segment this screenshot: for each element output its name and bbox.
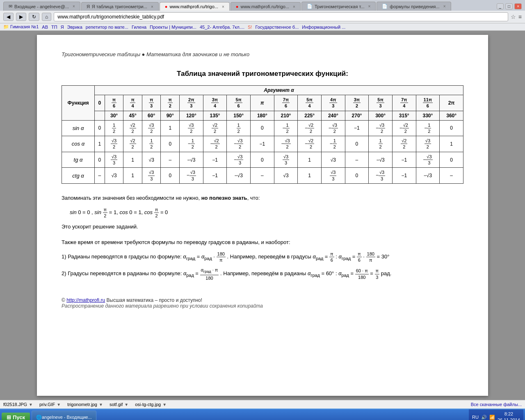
download-item-5[interactable]: osi-tg-ctg.jpg ▼ xyxy=(135,402,167,407)
footer-link[interactable]: http://mathprofi.ru xyxy=(66,297,105,303)
tab-6[interactable]: 📄 формулы приведения... × xyxy=(377,2,451,11)
tab-close-2[interactable]: × xyxy=(151,5,153,9)
col-pi6: π6 xyxy=(105,95,123,111)
sin-120: √32 xyxy=(180,120,203,136)
tab-1[interactable]: ✉ Входящие - angelneve@... × xyxy=(3,2,80,11)
address-bar[interactable] xyxy=(54,12,508,21)
taskbar-browser-icon: 🌐 xyxy=(36,415,42,420)
col-5pi6: 5π6 xyxy=(227,95,251,111)
ctg-315: −1 xyxy=(392,168,416,184)
download-arrow-4[interactable]: ▼ xyxy=(124,402,128,407)
tray-clock[interactable]: 8:22 26.11.2014 xyxy=(498,411,520,420)
close-btn[interactable]: × xyxy=(514,3,522,9)
deg-180: 180° xyxy=(251,111,274,120)
forward-button[interactable]: ▶ xyxy=(16,13,26,21)
download-item-1[interactable]: f02518.JPG ▼ xyxy=(3,402,33,407)
tray-date-value: 26.11.2014 xyxy=(498,417,520,420)
cos-300: 12 xyxy=(369,136,393,152)
start-label: Пуск xyxy=(13,414,25,420)
deg-315: 315° xyxy=(392,111,416,120)
bookmark-algebra[interactable]: 45_2- Алгебра. 7кл.... xyxy=(200,25,244,30)
bookmark-s5[interactable]: S! xyxy=(248,25,252,30)
cos-30: √32 xyxy=(105,136,123,152)
system-tray: RU 🔊 📶 8:22 26.11.2014 xyxy=(469,409,523,420)
deg-300: 300° xyxy=(369,111,393,120)
refresh-button[interactable]: ↻ xyxy=(29,13,39,21)
taskbar-item-browser[interactable]: 🌐 angelneve - Входящие... xyxy=(32,411,96,420)
bookmark-star-icon[interactable]: ☆ xyxy=(511,14,516,20)
conv-formula-2: 2) Градусы переводятся в радианы по форм… xyxy=(62,267,463,281)
tab-2[interactable]: Я Я таблица тригонометри... × xyxy=(81,2,159,11)
col-pi3: π3 xyxy=(142,95,161,111)
ctg-360: – xyxy=(440,168,463,184)
footer-italic: Распространение данного материала разреш… xyxy=(62,303,463,309)
minimize-btn[interactable]: _ xyxy=(497,3,504,9)
tab-4[interactable]: ● www.mathprofi.ru/trigo... × xyxy=(231,2,301,11)
cos-45: √22 xyxy=(123,136,142,152)
bookmark-evreka[interactable]: Эврика xyxy=(67,25,82,30)
tab-favicon-5: 📄 xyxy=(307,4,313,9)
tab-close-6[interactable]: × xyxy=(443,4,446,9)
bookmark-tp[interactable]: ТП xyxy=(51,25,57,30)
tab-close-4[interactable]: × xyxy=(293,5,295,9)
col-7pi6: 7π6 xyxy=(274,95,298,111)
tg-row: tg α 0 √33 1 √3 – −√3 −1 −√33 0 √33 1 √3… xyxy=(62,152,463,168)
tg-330: −√33 xyxy=(416,152,440,168)
bookmark-info[interactable]: Информационный ... xyxy=(302,25,345,30)
tg-135: −1 xyxy=(203,152,227,168)
download-item-2[interactable]: priv.GIF ▼ xyxy=(39,402,61,407)
download-arrow-2[interactable]: ▼ xyxy=(57,402,61,407)
sin-label: sin α xyxy=(62,120,95,136)
download-arrow-5[interactable]: ▼ xyxy=(162,402,167,407)
bookmark-gosud[interactable]: Государственное б... xyxy=(255,25,299,30)
start-button[interactable]: ⊞ Пуск xyxy=(2,413,30,420)
ctg-150: −√3 xyxy=(227,168,251,184)
sin-360: 0 xyxy=(440,120,463,136)
cos-180: −1 xyxy=(251,136,274,152)
network-icon[interactable]: 📶 xyxy=(489,415,495,420)
tab-label-3: www.mathprofi.ru/trigo... xyxy=(169,4,218,9)
cos-120: −12 xyxy=(180,136,203,152)
download-arrow-1[interactable]: ▼ xyxy=(29,402,33,407)
tab-close-5[interactable]: × xyxy=(368,4,371,9)
col-2pi3: 2π3 xyxy=(180,95,203,111)
func-header: Функция xyxy=(62,86,95,121)
bookmark-repetitor[interactable]: репетитор по мате... xyxy=(86,25,128,30)
download-all-link[interactable]: Все скачанные файлы... xyxy=(471,402,522,407)
download-item-4[interactable]: sotf.gif ▼ xyxy=(110,402,128,407)
note-text-1: Запоминать эти значения без необходимост… xyxy=(62,194,463,203)
sin-225: −√22 xyxy=(298,120,322,136)
maximize-btn[interactable]: □ xyxy=(505,3,513,9)
tab-close-1[interactable]: × xyxy=(73,4,75,9)
menu-icon[interactable]: ≡ xyxy=(518,14,522,20)
speaker-icon[interactable]: 🔊 xyxy=(481,415,487,420)
back-button[interactable]: ◀ xyxy=(3,13,14,21)
home-button[interactable]: ⌂ xyxy=(42,13,51,21)
formula-block-1: sin 0 = 0 , sin π2 = 1, cos 0 = 1, cos π… xyxy=(70,207,463,219)
tab-5[interactable]: 📄 Тригонометрическая т... × xyxy=(301,2,376,11)
tab-close-3[interactable]: × xyxy=(222,5,224,9)
sin-180: 0 xyxy=(251,120,274,136)
tg-0: 0 xyxy=(95,152,105,168)
download-arrow-3[interactable]: ▼ xyxy=(99,402,103,407)
bookmark-ya[interactable]: Я xyxy=(61,25,64,30)
download-item-3[interactable]: trigonometr.jpg ▼ xyxy=(67,402,103,407)
tg-270: – xyxy=(345,152,369,168)
tg-360: 0 xyxy=(440,152,463,168)
note-text-3: Также время от времени требуются формулы… xyxy=(62,238,463,247)
tab-label-4: www.mathprofi.ru/trigo... xyxy=(240,4,289,9)
bookmark-ab[interactable]: АВ xyxy=(42,25,48,30)
cos-0: 1 xyxy=(95,136,105,152)
conv-formula-1: 1) Радианы переводятся в градусы по форм… xyxy=(62,251,463,263)
cos-240: −12 xyxy=(321,136,345,152)
bookmark-gilena[interactable]: Гилена xyxy=(132,25,146,30)
bookmark-proekty[interactable]: Проекты | Муниципи... xyxy=(150,25,196,30)
ctg-270: 0 xyxy=(345,168,369,184)
ctg-60: √33 xyxy=(142,168,161,184)
taskbar: ⊞ Пуск 🌐 angelneve - Входящие... RU 🔊 📶 … xyxy=(0,409,525,420)
tab-3[interactable]: ● www.mathprofi.ru/trigo... × xyxy=(160,2,230,11)
bookmark-gymnasium[interactable]: 📁 Гимназия №1 xyxy=(3,24,39,30)
sin-240: −√32 xyxy=(321,120,345,136)
deg-330: 330° xyxy=(416,111,440,120)
download-item-2-label: priv.GIF xyxy=(39,402,55,407)
